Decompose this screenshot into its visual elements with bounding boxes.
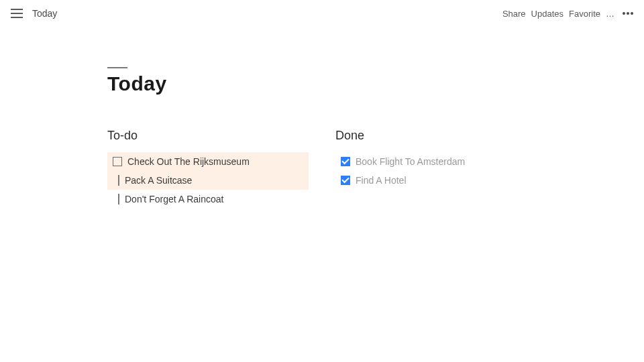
todo-item[interactable]: Pack A Suitcase xyxy=(107,171,309,190)
page-title-decoration xyxy=(107,67,127,68)
cursor-bar-icon xyxy=(118,175,119,186)
done-header[interactable]: Done xyxy=(335,129,537,143)
top-bar: Today Share Updates Favorite … xyxy=(0,0,644,27)
content: Today To-do Check Out The Rijksmuseum Pa… xyxy=(0,27,644,208)
page-title[interactable]: Today xyxy=(107,72,537,95)
board-columns: To-do Check Out The Rijksmuseum Pack A S… xyxy=(107,129,537,208)
checkbox-checked-icon[interactable] xyxy=(341,176,350,185)
updates-button[interactable]: Updates xyxy=(531,9,564,19)
todo-item[interactable]: Don't Forget A Raincoat xyxy=(107,190,309,208)
todo-item[interactable]: Check Out The Rijksmuseum xyxy=(107,152,309,171)
done-item[interactable]: Book Flight To Amsterdam xyxy=(335,152,537,171)
page-title-block: Today xyxy=(107,67,537,95)
done-item[interactable]: Find A Hotel xyxy=(335,171,537,190)
more-icon[interactable] xyxy=(623,12,633,15)
todo-item-text: Pack A Suitcase xyxy=(125,175,192,186)
breadcrumb[interactable]: Today xyxy=(32,8,57,19)
done-item-text: Book Flight To Amsterdam xyxy=(356,156,465,167)
checkbox-checked-icon[interactable] xyxy=(341,157,350,166)
todo-item-text: Check Out The Rijksmuseum xyxy=(127,156,250,167)
share-button[interactable]: Share xyxy=(502,9,526,19)
done-column: Done Book Flight To Amsterdam Find A Hot… xyxy=(335,129,537,208)
top-bar-left: Today xyxy=(11,8,57,19)
menu-icon[interactable] xyxy=(11,9,23,18)
todo-item-text: Don't Forget A Raincoat xyxy=(125,194,223,204)
cursor-bar-icon xyxy=(118,194,119,204)
done-item-text: Find A Hotel xyxy=(356,175,407,186)
todo-header[interactable]: To-do xyxy=(107,129,309,143)
todo-column: To-do Check Out The Rijksmuseum Pack A S… xyxy=(107,129,309,208)
favorite-overflow: … xyxy=(606,9,614,19)
top-bar-actions: Share Updates Favorite … xyxy=(502,9,633,19)
checkbox-icon[interactable] xyxy=(113,157,122,166)
favorite-button[interactable]: Favorite xyxy=(569,9,600,19)
